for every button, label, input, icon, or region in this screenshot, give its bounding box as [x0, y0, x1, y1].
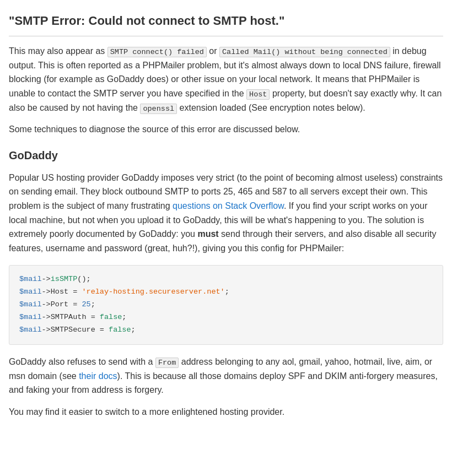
from-code: From [155, 358, 179, 368]
code-line-3: $mail->Port = 25; [19, 299, 433, 311]
code-line-4: $mail->SMTPAuth = false; [19, 311, 433, 324]
code-line-1: $mail->isSMTP(); [19, 273, 433, 286]
openssl-code: openssl [140, 104, 177, 114]
host-code: Host [246, 89, 270, 100]
godaddy-p2-before: GoDaddy also refuses to send with a [9, 357, 155, 366]
code-line-2: $mail->Host = 'relay-hosting.secureserve… [19, 286, 433, 299]
intro-paragraph-2: Some techniques to diagnose the source o… [9, 122, 443, 137]
intro-text-before-code1: This may also appear as [9, 46, 107, 56]
must-strong: must [197, 229, 218, 239]
godaddy-paragraph-3: You may find it easier to switch to a mo… [9, 405, 443, 419]
intro-or: or [207, 46, 219, 56]
called-mail-code: Called Mail() without being connected [219, 47, 390, 57]
stack-overflow-link[interactable]: questions on Stack Overflow [173, 201, 284, 210]
code-block: $mail->isSMTP(); $mail->Host = 'relay-ho… [9, 265, 443, 345]
their-docs-link[interactable]: their docs [79, 371, 117, 381]
godaddy-paragraph-1: Popular US hosting provider GoDaddy impo… [9, 171, 443, 256]
intro-text-after-openssl: extension loaded (See encryption notes b… [177, 103, 365, 112]
godaddy-heading: GoDaddy [9, 147, 443, 164]
code-line-5: $mail->SMTPSecure = false; [19, 324, 433, 337]
smtp-connect-code: SMTP connect() failed [107, 47, 207, 57]
page-title: "SMTP Error: Could not connect to SMTP h… [9, 11, 443, 36]
intro-paragraph-1: This may also appear as SMTP connect() f… [9, 44, 443, 115]
godaddy-paragraph-2: GoDaddy also refuses to send with a From… [9, 355, 443, 397]
